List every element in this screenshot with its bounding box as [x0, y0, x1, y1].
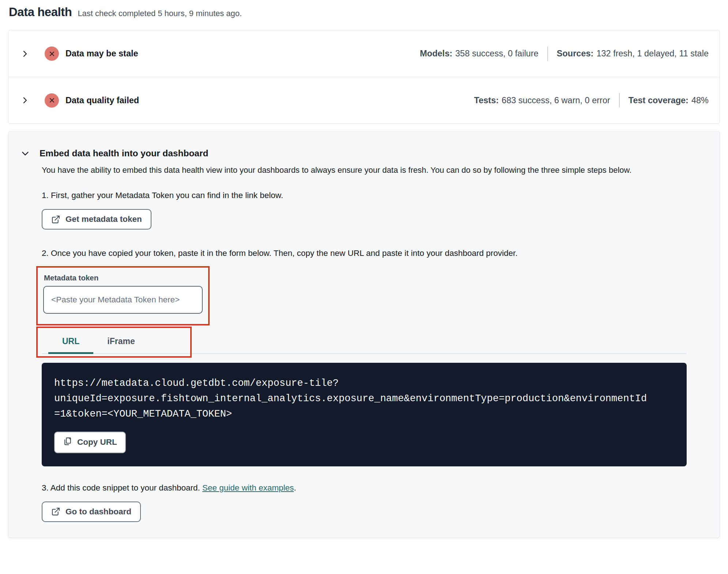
- embed-url-text: https://metadata.cloud.getdbt.com/exposu…: [54, 376, 676, 422]
- embed-url-code-block: https://metadata.cloud.getdbt.com/exposu…: [42, 363, 687, 466]
- status-row-stats: Tests: 683 success, 6 warn, 0 error Test…: [474, 93, 709, 108]
- stat-value: 358 success, 0 failure: [455, 49, 539, 59]
- go-to-dashboard-button[interactable]: Go to dashboard: [42, 502, 141, 522]
- button-label: Go to dashboard: [65, 507, 131, 517]
- button-label: Copy URL: [77, 437, 117, 447]
- embed-description: You have the ability to embed this data …: [42, 164, 665, 176]
- stat-value: 683 success, 6 warn, 0 error: [502, 96, 610, 105]
- step-3-text-after: .: [294, 483, 296, 492]
- status-row-title: Data may be stale: [65, 49, 138, 59]
- output-tabs: URL iFrame: [42, 330, 687, 354]
- stat-label: Models:: [420, 49, 453, 59]
- x-circle-icon: [45, 93, 59, 108]
- stat-divider: [619, 93, 620, 108]
- embed-panel-content: You have the ability to embed this data …: [42, 164, 687, 522]
- tab-iframe[interactable]: iFrame: [93, 330, 149, 354]
- stat-value: 48%: [691, 96, 709, 105]
- page-header: Data health Last check completed 5 hours…: [8, 5, 720, 19]
- status-row-title: Data quality failed: [65, 96, 139, 105]
- stat-label: Sources:: [557, 49, 594, 59]
- last-check-status: Last check completed 5 hours, 9 minutes …: [78, 9, 242, 18]
- copy-url-button[interactable]: Copy URL: [54, 432, 126, 453]
- stat-label: Tests:: [474, 96, 499, 105]
- embed-panel-header[interactable]: Embed data health into your dashboard: [20, 148, 694, 159]
- button-label: Get metadata token: [65, 215, 142, 224]
- stat-value: 132 fresh, 1 delayed, 11 stale: [596, 49, 709, 59]
- step-3-text-before: 3. Add this code snippet to your dashboa…: [42, 483, 202, 492]
- get-metadata-token-button[interactable]: Get metadata token: [42, 209, 151, 230]
- embed-panel: Embed data health into your dashboard Yo…: [8, 131, 720, 538]
- external-link-icon: [51, 215, 60, 224]
- metadata-token-input[interactable]: [43, 286, 203, 314]
- chevron-down-icon[interactable]: [20, 149, 30, 158]
- metadata-token-label: Metadata token: [44, 273, 203, 282]
- page-title: Data health: [9, 5, 72, 19]
- annotation-highlight-token-field: Metadata token: [36, 266, 210, 325]
- step-3-text: 3. Add this code snippet to your dashboa…: [42, 483, 687, 493]
- stat-label: Test coverage:: [628, 96, 688, 105]
- status-row-stats: Models: 358 success, 0 failure Sources: …: [420, 46, 709, 61]
- external-link-icon: [51, 507, 60, 516]
- chevron-right-icon[interactable]: [20, 96, 29, 105]
- status-row-quality[interactable]: Data quality failed Tests: 683 success, …: [8, 77, 720, 123]
- stat-divider: [547, 46, 548, 61]
- status-row-stale[interactable]: Data may be stale Models: 358 success, 0…: [8, 30, 720, 77]
- data-health-page: Data health Last check completed 5 hours…: [0, 0, 728, 538]
- chevron-right-icon[interactable]: [20, 49, 29, 58]
- x-circle-icon: [45, 46, 59, 61]
- see-guide-link[interactable]: See guide with examples: [202, 483, 294, 492]
- embed-panel-title: Embed data health into your dashboard: [40, 148, 208, 159]
- step-2-text: 2. Once you have copied your token, past…: [42, 249, 687, 258]
- tab-strip: URL iFrame: [42, 330, 687, 354]
- tab-url[interactable]: URL: [48, 330, 93, 354]
- copy-icon: [63, 437, 72, 448]
- step-1-text: 1. First, gather your Metadata Token you…: [42, 191, 687, 200]
- status-card: Data may be stale Models: 358 success, 0…: [8, 30, 720, 124]
